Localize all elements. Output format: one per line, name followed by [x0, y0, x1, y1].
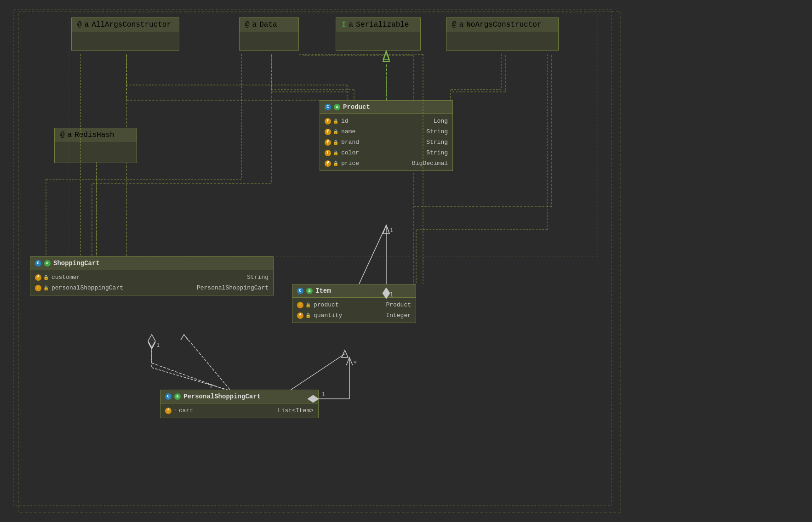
node-allargsconstructor: @ a AllArgsConstructor [71, 17, 179, 51]
diagram-canvas: @ a AllArgsConstructor @ a Data I a Seri… [0, 0, 812, 522]
field-icon-sc1: f [35, 274, 41, 281]
visibility-icon-ser: a [349, 21, 354, 29]
node-noargsconstructor-body [446, 32, 558, 50]
field-name-id: id [341, 118, 426, 125]
field-shoppingcart-customer: f 🔒 customer String [30, 272, 273, 283]
annotation-stereotype-noargs: @ [452, 21, 457, 29]
class-icon-product: C [325, 104, 331, 110]
node-item-header: C a Item [292, 284, 416, 298]
visibility-icon-shoppingcart: a [44, 260, 51, 267]
node-shoppingcart-header: C a ShoppingCart [30, 257, 273, 270]
visibility-icon: a [85, 21, 89, 29]
lock-icon-sc2: 🔒 [43, 285, 49, 291]
node-product-header: C a Product [320, 101, 452, 114]
node-item-label: Item [315, 287, 331, 295]
svg-marker-7 [383, 51, 389, 60]
visibility-icon-psc: a [174, 393, 181, 400]
node-shoppingcart-body: f 🔒 customer String f 🔒 personalShopping… [30, 270, 273, 295]
field-product-id: f 🔒 id Long [320, 116, 452, 126]
node-serializable-label: Serializable [356, 21, 409, 29]
svg-text:*: * [353, 359, 357, 367]
node-serializable-header: I a Serializable [336, 18, 420, 32]
field-product-brand: f 🔒 brand String [320, 137, 452, 148]
field-type-sc-customer: String [242, 274, 269, 281]
field-icon-f2: f [325, 129, 331, 135]
lock-icon2: 🔒 [333, 129, 338, 135]
visibility-icon-noargs: a [459, 21, 464, 29]
field-name-sc-psc: personalShoppingCart [51, 284, 189, 291]
field-icon-f5: f [325, 160, 331, 167]
field-icon-psc1: f [165, 408, 172, 414]
visibility-icon-redis: a [68, 131, 72, 139]
node-personalshoppingcart-body: f ○ cart List<Item> [160, 403, 318, 418]
annotation-stereotype: @ [77, 21, 82, 29]
svg-line-58 [184, 335, 230, 390]
node-data-label: Data [259, 21, 277, 29]
visibility-icon-data: a [252, 21, 257, 29]
field-type-name: String [422, 128, 448, 135]
node-redishash-header: @ a RedisHash [55, 128, 137, 142]
lock-icon5: 🔒 [333, 161, 338, 166]
lock-icon3: 🔒 [333, 140, 338, 145]
field-type-item-quantity: Integer [381, 312, 411, 319]
field-name-brand: brand [341, 139, 419, 146]
svg-marker-20 [148, 335, 155, 349]
svg-line-54 [152, 363, 225, 390]
field-psc-cart: f ○ cart List<Item> [160, 405, 318, 416]
svg-line-19 [152, 368, 230, 391]
svg-text:1: 1 [156, 342, 160, 348]
field-shoppingcart-psc: f 🔒 personalShoppingCart PersonalShoppin… [30, 283, 273, 293]
node-allargsconstructor-header: @ a AllArgsConstructor [72, 18, 179, 32]
stereotype-interface: I [342, 21, 346, 29]
annotation-stereotype-data: @ [245, 21, 250, 29]
field-type-color: String [422, 149, 448, 156]
field-product-color: f 🔒 color String [320, 148, 452, 158]
svg-line-21 [290, 354, 345, 391]
field-icon-item-f1: f [297, 302, 303, 308]
visibility-icon-product: a [334, 104, 340, 110]
class-icon-item: C [297, 288, 303, 294]
field-product-price: f 🔒 price BigDecimal [320, 158, 452, 169]
field-type-price: BigDecimal [407, 160, 448, 167]
field-icon-f: f [325, 118, 331, 125]
svg-marker-29 [383, 51, 389, 62]
field-name-item-quantity: quantity [314, 312, 378, 319]
field-name-item-product: product [314, 301, 378, 308]
node-item: C a Item f 🔒 product Product f 🔒 quantit… [292, 284, 416, 323]
field-icon-item-f2: f [297, 312, 303, 319]
node-redishash: @ a RedisHash [54, 128, 137, 163]
node-data: @ a Data [239, 17, 299, 51]
node-product: C a Product f 🔒 id Long f 🔒 name String … [320, 100, 453, 171]
field-type-psc-cart: List<Item> [273, 407, 314, 414]
field-icon-f3: f [325, 139, 331, 146]
node-shoppingcart-label: ShoppingCart [53, 260, 100, 267]
field-item-quantity: f 🔒 quantity Integer [292, 310, 416, 321]
node-data-header: @ a Data [240, 18, 298, 32]
node-personalshoppingcart-header: C a PersonalShoppingCart [160, 390, 318, 403]
field-name-sc-customer: customer [51, 274, 240, 281]
node-product-body: f 🔒 id Long f 🔒 name String f 🔒 brand St… [320, 114, 452, 170]
field-item-product: f 🔒 product Product [292, 300, 416, 310]
field-type-sc-psc: PersonalShoppingCart [192, 284, 269, 291]
node-product-label: Product [343, 103, 370, 111]
field-icon-sc2: f [35, 285, 41, 291]
field-type-brand: String [422, 139, 448, 146]
field-name-psc-cart: cart [179, 407, 270, 414]
svg-text:1: 1 [322, 391, 325, 397]
node-redishash-label: RedisHash [74, 131, 114, 139]
node-allargsconstructor-label: AllArgsConstructor [91, 21, 171, 29]
node-serializable-body [336, 32, 420, 50]
node-allargsconstructor-body [72, 32, 179, 50]
node-shoppingcart: C a ShoppingCart f 🔒 customer String f 🔒… [30, 256, 274, 295]
lock-icon-item2: 🔒 [305, 313, 311, 318]
node-personalshoppingcart: C a PersonalShoppingCart f ○ cart List<I… [160, 390, 319, 418]
field-product-name: f 🔒 name String [320, 126, 452, 137]
class-icon-psc: C [165, 393, 172, 400]
lock-icon-sc1: 🔒 [43, 275, 49, 280]
open-icon-psc1: ○ [173, 408, 176, 413]
lock-icon: 🔒 [333, 119, 338, 124]
visibility-icon-item: a [306, 288, 313, 294]
lock-icon4: 🔒 [333, 150, 338, 156]
annotation-stereotype-redis: @ [60, 131, 65, 139]
class-icon-shoppingcart: C [35, 260, 41, 267]
